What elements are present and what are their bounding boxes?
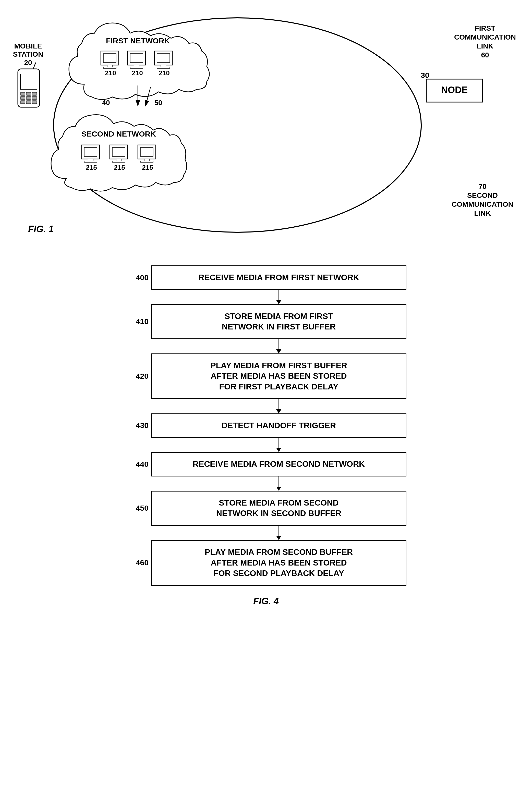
svg-rect-55	[20, 74, 37, 89]
fig1-diagram: FIRST NETWORK 210 210 210	[8, 10, 524, 240]
flow-step-450: 450 STORE MEDIA FROM SECONDNETWORK IN SE…	[126, 491, 406, 526]
arrow-400-410	[126, 290, 406, 304]
svg-text:LINK: LINK	[477, 42, 493, 50]
svg-rect-7	[130, 54, 143, 62]
svg-rect-64	[32, 101, 37, 104]
svg-text:50: 50	[154, 99, 162, 107]
svg-rect-21	[84, 161, 97, 162]
svg-text:30: 30	[421, 71, 429, 79]
arrow-450-460	[126, 526, 406, 540]
flow-step-400: 400 RECEIVE MEDIA FROM FIRST NETWORK	[126, 265, 406, 290]
svg-text:60: 60	[481, 51, 489, 59]
svg-text:210: 210	[158, 69, 170, 77]
svg-text:COMMUNICATION: COMMUNICATION	[454, 33, 516, 41]
svg-line-54	[33, 62, 36, 69]
flowchart: 400 RECEIVE MEDIA FROM FIRST NETWORK 410…	[0, 255, 532, 607]
svg-text:MOBILE: MOBILE	[14, 42, 42, 50]
flow-step-440: 440 RECEIVE MEDIA FROM SECOND NETWORK	[126, 452, 406, 477]
flow-step-460: 460 PLAY MEDIA FROM SECOND BUFFERAFTER M…	[126, 540, 406, 586]
svg-text:FIRST: FIRST	[475, 24, 496, 32]
fig1-svg: FIRST NETWORK 210 210 210	[8, 10, 524, 240]
svg-text:STATION: STATION	[13, 50, 43, 58]
svg-text:SECOND: SECOND	[467, 192, 498, 199]
step-box-430: DETECT HANDOFF TRIGGER	[151, 413, 406, 438]
svg-rect-60	[26, 97, 31, 100]
svg-rect-23	[112, 148, 125, 156]
svg-rect-19	[84, 148, 97, 156]
svg-rect-61	[32, 97, 37, 100]
svg-rect-11	[157, 54, 170, 62]
step-number-410: 410	[126, 317, 151, 326]
arrow-410-420	[126, 339, 406, 353]
arrow-430-440	[126, 438, 406, 452]
svg-text:FIG. 1: FIG. 1	[28, 224, 54, 234]
step-box-450: STORE MEDIA FROM SECONDNETWORK IN SECOND…	[151, 491, 406, 526]
step-number-400: 400	[126, 273, 151, 282]
svg-text:COMMUNICATION: COMMUNICATION	[452, 200, 513, 208]
step-box-400: RECEIVE MEDIA FROM FIRST NETWORK	[151, 265, 406, 290]
svg-text:40: 40	[102, 99, 110, 107]
svg-text:NODE: NODE	[441, 85, 468, 95]
flow-step-410: 410 STORE MEDIA FROM FIRSTNETWORK IN FIR…	[126, 304, 406, 339]
step-number-460: 460	[126, 558, 151, 567]
svg-rect-9	[130, 67, 143, 68]
svg-rect-56	[20, 93, 25, 96]
svg-rect-27	[141, 148, 153, 156]
arrow-440-450	[126, 477, 406, 491]
svg-rect-3	[103, 54, 116, 62]
svg-text:210: 210	[105, 69, 116, 77]
svg-rect-58	[32, 93, 37, 96]
flow-step-430: 430 DETECT HANDOFF TRIGGER	[126, 413, 406, 438]
fig4-diagram: 400 RECEIVE MEDIA FROM FIRST NETWORK 410…	[0, 255, 532, 607]
step-number-430: 430	[126, 421, 151, 430]
svg-rect-25	[112, 161, 125, 162]
svg-text:20: 20	[24, 59, 32, 67]
step-number-450: 450	[126, 504, 151, 512]
step-box-460: PLAY MEDIA FROM SECOND BUFFERAFTER MEDIA…	[151, 540, 406, 586]
svg-rect-62	[20, 101, 25, 104]
step-box-440: RECEIVE MEDIA FROM SECOND NETWORK	[151, 452, 406, 477]
svg-rect-29	[141, 161, 153, 162]
svg-text:FIRST NETWORK: FIRST NETWORK	[106, 36, 170, 45]
step-box-420: PLAY MEDIA FROM FIRST BUFFERAFTER MEDIA …	[151, 353, 406, 399]
svg-text:215: 215	[142, 163, 153, 171]
svg-rect-57	[26, 93, 31, 96]
svg-rect-63	[26, 101, 31, 104]
svg-text:210: 210	[132, 69, 143, 77]
fig4-label: FIG. 4	[253, 596, 279, 607]
step-number-440: 440	[126, 460, 151, 469]
arrow-420-430	[126, 399, 406, 413]
svg-rect-5	[103, 67, 116, 68]
step-number-420: 420	[126, 372, 151, 380]
svg-text:215: 215	[86, 163, 97, 171]
svg-rect-59	[20, 97, 25, 100]
svg-text:70: 70	[478, 182, 486, 191]
flow-step-420: 420 PLAY MEDIA FROM FIRST BUFFERAFTER ME…	[126, 353, 406, 399]
svg-text:LINK: LINK	[474, 209, 491, 217]
svg-text:215: 215	[114, 163, 125, 171]
svg-text:SECOND NETWORK: SECOND NETWORK	[81, 130, 156, 138]
svg-rect-13	[157, 67, 170, 68]
step-box-410: STORE MEDIA FROM FIRSTNETWORK IN FIRST B…	[151, 304, 406, 339]
